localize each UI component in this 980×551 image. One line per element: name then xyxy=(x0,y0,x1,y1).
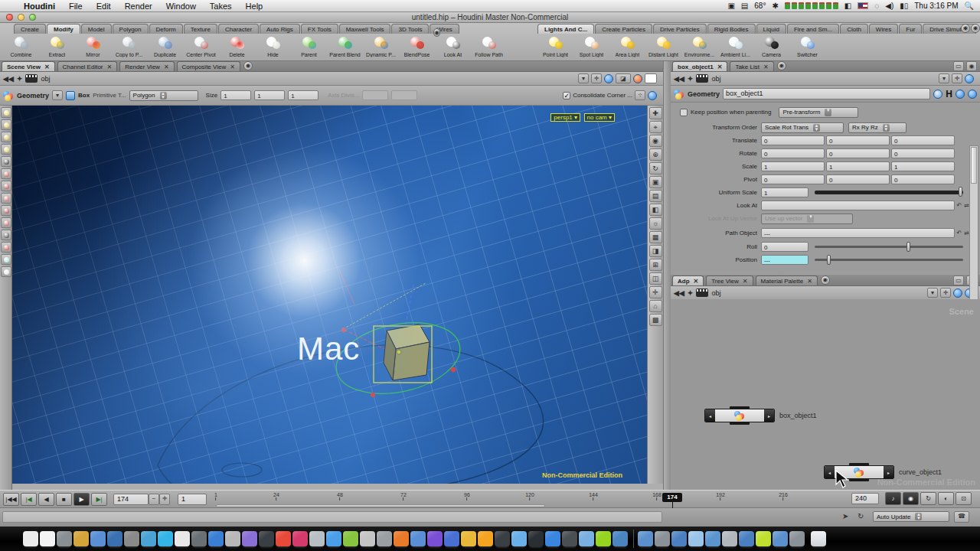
loop-mode-button[interactable]: ↻ xyxy=(920,492,936,505)
primitive-mode-dropdown[interactable]: Polygon▲▼ xyxy=(129,90,198,101)
path-back-button[interactable]: ◀◀ xyxy=(674,289,684,297)
shelf-tab-character[interactable]: Character xyxy=(218,24,259,34)
shelf-tool-follow-path[interactable]: Follow Path xyxy=(471,34,507,61)
play-mode-button[interactable]: ◐ xyxy=(938,492,954,505)
light-tool-button[interactable] xyxy=(1,119,11,130)
dock-app-icon[interactable] xyxy=(74,531,89,546)
path-back-button[interactable]: ◀◀ xyxy=(3,75,14,83)
op-dropdown-button[interactable]: ▾ xyxy=(52,90,63,100)
param-field[interactable] xyxy=(761,201,955,210)
timeline-ruler[interactable]: 124487296120144168192216174 xyxy=(216,492,847,503)
shelf-tab-cloth[interactable]: Cloth xyxy=(840,24,868,34)
dock-document-icon[interactable] xyxy=(722,531,737,546)
shelf-tool-distant-light[interactable]: Distant Light xyxy=(645,34,681,61)
shelf-tab-drive-particles[interactable]: Drive Particles xyxy=(653,24,707,34)
info-button[interactable] xyxy=(956,90,965,99)
no-cam-badge[interactable]: no cam ▾ xyxy=(584,113,615,122)
shelf-tool-switcher[interactable]: Switcher xyxy=(789,34,825,61)
close-tab-icon[interactable]: ✕ xyxy=(44,64,50,70)
pose-tool-button[interactable] xyxy=(1,217,11,228)
end-frame-field[interactable]: 240 xyxy=(851,493,879,504)
render-button[interactable] xyxy=(633,74,642,83)
path-back-button[interactable]: ◀◀ xyxy=(674,75,684,83)
shelf-tool-parent[interactable]: Parent xyxy=(291,34,327,61)
shelf-tab-maxwell-tools[interactable]: Maxwell Tools xyxy=(339,24,391,34)
shelf-tool-hide[interactable]: Hide xyxy=(255,34,291,61)
dock-app-icon[interactable] xyxy=(410,531,426,546)
dock-app-icon[interactable] xyxy=(612,531,628,546)
cpu-meter-icon[interactable] xyxy=(785,2,838,9)
shelf-tool-mirror[interactable]: Mirror xyxy=(75,34,111,61)
pane-splitter[interactable] xyxy=(663,61,671,490)
volume-icon[interactable]: ◀) xyxy=(885,2,893,10)
menu-houdini[interactable]: Houdini xyxy=(17,2,62,11)
viewport-tool-8-button[interactable]: ☼ xyxy=(649,217,662,230)
keep-position-checkbox[interactable] xyxy=(680,109,688,116)
path-text[interactable]: obj xyxy=(711,289,720,297)
shelf-tool-point-light[interactable]: Point Light xyxy=(537,34,573,61)
path-forward-button[interactable]: ✦ xyxy=(688,289,694,297)
menu-help[interactable]: Help xyxy=(239,2,270,11)
dock-app-icon[interactable] xyxy=(377,531,392,546)
shelf-tab-polygon[interactable]: Polygon xyxy=(113,24,149,34)
pane-menu-button[interactable]: ◉ xyxy=(966,61,977,71)
camera-menu[interactable]: persp1 ▾ no cam ▾ xyxy=(550,109,615,122)
pane-tab-scene-view[interactable]: Scene View✕ xyxy=(2,61,55,71)
stop-button[interactable]: ■ xyxy=(56,493,72,506)
node-name-field[interactable]: box_object1 xyxy=(723,88,930,99)
dock-document-icon[interactable] xyxy=(756,531,771,546)
viewport-tool-15-button[interactable]: ▩ xyxy=(649,314,662,326)
consolidate-checkbox[interactable]: ✓ xyxy=(563,92,570,99)
dock-document-icon[interactable] xyxy=(789,531,805,546)
link-button[interactable] xyxy=(604,74,613,83)
pane-tab-channel-editor[interactable]: Channel Editor✕ xyxy=(57,61,118,71)
size-y-field[interactable]: 1 xyxy=(254,90,285,100)
pane-tab-composite-view[interactable]: Composite View✕ xyxy=(177,61,240,71)
shelf-tab-texture[interactable]: Texture xyxy=(184,24,217,34)
dock-app-icon[interactable] xyxy=(158,531,173,546)
param-field[interactable]: 0 xyxy=(891,135,955,145)
shelf-tool-parent-blend[interactable]: Parent Blend xyxy=(327,34,363,61)
dock-app-icon[interactable] xyxy=(276,531,291,546)
menu-takes[interactable]: Takes xyxy=(203,2,239,11)
snapshot-button[interactable] xyxy=(645,73,657,83)
input-language-flag-icon[interactable] xyxy=(858,2,868,9)
light-tool-button[interactable] xyxy=(1,107,11,118)
display-icon[interactable]: ▣ xyxy=(727,2,734,10)
pane-tab-take-list[interactable]: Take List✕ xyxy=(730,61,773,71)
playhead[interactable]: 174 xyxy=(662,493,682,502)
dock-app-icon[interactable] xyxy=(208,531,224,546)
close-tab-icon[interactable]: ✕ xyxy=(763,64,769,70)
view-tool-button[interactable] xyxy=(1,254,11,265)
shelf-tool-center-pivot[interactable]: Center Pivot xyxy=(183,34,219,61)
cook-button[interactable]: ☎ xyxy=(954,511,969,523)
viewport-tool-11-button[interactable]: ⊞ xyxy=(649,259,662,271)
shelf-tab-fx-tools[interactable]: FX Tools xyxy=(301,24,338,34)
dock-app-icon[interactable] xyxy=(511,531,527,546)
close-tab-icon[interactable]: ✕ xyxy=(107,64,113,70)
node-flag-right[interactable]: ▸ xyxy=(764,409,774,422)
refresh-icon[interactable]: ↻ xyxy=(858,512,864,520)
battery-icon[interactable]: ▮▯ xyxy=(900,2,908,10)
dark-tool-button[interactable] xyxy=(1,230,11,240)
scene-viewport[interactable]: Mac persp1 ▾ no cam ▾ Non-Commercial Edi… xyxy=(12,106,647,484)
dock-app-icon[interactable] xyxy=(360,531,375,546)
clock-item[interactable]: Thu 3:16 PM xyxy=(914,2,958,10)
dock-app-icon[interactable] xyxy=(191,531,207,546)
param-field[interactable]: 0 xyxy=(826,135,890,145)
op-jump-icon[interactable]: ↶ xyxy=(957,230,962,236)
pane-tab-render-view[interactable]: Render View✕ xyxy=(119,61,174,71)
viewport-layout-button[interactable]: ◪ xyxy=(616,73,631,83)
shelf-tab-auto-rigs[interactable]: Auto Rigs xyxy=(260,24,300,34)
dock-app-icon[interactable] xyxy=(23,531,38,546)
params-scrollbar[interactable] xyxy=(969,145,978,312)
shelf-tool-dynamic-p-[interactable]: Dynamic P... xyxy=(363,34,399,61)
temperature-item[interactable]: 68° xyxy=(754,2,766,10)
shelf-scroll-button[interactable]: ◉ xyxy=(961,24,970,33)
next-keyframe-button[interactable]: ▶| xyxy=(91,493,107,506)
shelf-tool-area-light[interactable]: Area Light xyxy=(609,34,645,61)
param-field[interactable]: 0 xyxy=(761,135,825,145)
play-forward-button[interactable]: ▶ xyxy=(74,493,90,506)
shelf-tab-create-particles[interactable]: Create Particles xyxy=(595,24,652,34)
points-button[interactable]: ⁘ xyxy=(635,90,645,100)
